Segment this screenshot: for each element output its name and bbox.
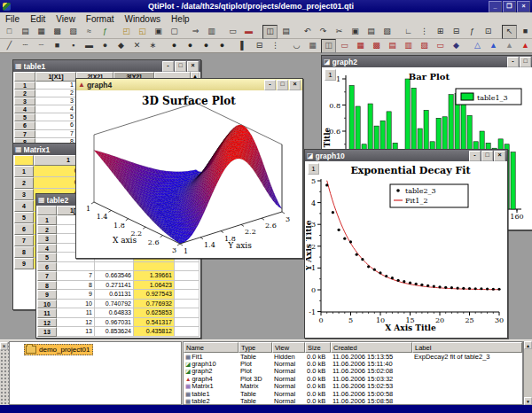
table2-cell[interactable]: 8 xyxy=(57,281,95,291)
explorer-header-type[interactable]: Type xyxy=(239,342,272,353)
matrix1-row-header[interactable]: 7 xyxy=(14,235,34,246)
fx-button[interactable]: ƒ xyxy=(465,25,480,39)
graph4-maximize-button[interactable]: □ xyxy=(277,80,288,90)
new-folder-button[interactable]: ▤ xyxy=(18,25,33,39)
open-template-button[interactable]: ◱ xyxy=(135,25,150,39)
plot3d-floor-button[interactable]: ▭ xyxy=(433,39,448,53)
table1-cell[interactable]: 5 xyxy=(35,113,76,121)
plot3d-drop-button[interactable]: ◆ xyxy=(449,39,464,53)
explorer-row-table2[interactable]: ▦table2TableNormal0.0 kB11.06.2006 15:08… xyxy=(184,397,522,404)
table2-row-header[interactable]: 2 xyxy=(37,225,57,235)
matrix1-row-header[interactable]: 6 xyxy=(14,223,34,235)
graph10-maximize-button[interactable]: □ xyxy=(481,151,493,161)
explorer-header-name[interactable]: Name xyxy=(184,342,239,353)
plot3d-hidden-line-button[interactable]: ▭ xyxy=(337,39,352,53)
new-matrix-button[interactable]: ▩ xyxy=(50,25,65,39)
app-title-bar[interactable]: QtiPlot - /data/th2s/qtiplot/projects/de… xyxy=(0,0,532,12)
project-explorer-button[interactable]: ◫ xyxy=(262,25,278,39)
window-graph4[interactable]: ▲ graph4 - □ × 111.41.41.81.82.22.22.62.… xyxy=(75,78,303,259)
tetrahedron-blue-button[interactable]: △ xyxy=(470,39,485,53)
matrix1-row-header[interactable]: 4 xyxy=(14,200,34,212)
pen-2-button[interactable]: ● xyxy=(183,39,198,53)
plot3d-ribbon-button[interactable]: ▤ xyxy=(385,39,400,53)
table2-cell[interactable]: 0.435812 xyxy=(134,327,175,337)
matrix1-row-header[interactable]: 2 xyxy=(14,177,34,189)
zoom-in-button[interactable]: ⊞ xyxy=(433,25,448,39)
table2-cell[interactable]: 0.740792 xyxy=(95,300,134,309)
graph2-maximize-button[interactable]: □ xyxy=(520,57,531,67)
table2-row-header[interactable]: 10 xyxy=(37,300,57,309)
cone-red-button[interactable]: ▲ xyxy=(518,39,532,53)
select-data-range-button[interactable]: ⋮ xyxy=(417,25,432,39)
plot-wizard-button[interactable]: ∟ xyxy=(401,25,416,39)
duplicate-window-button[interactable]: ▥ xyxy=(204,25,219,39)
graph4-minimize-button[interactable]: - xyxy=(264,80,276,90)
open-project-button[interactable]: ◰ xyxy=(119,25,134,39)
table-options-button[interactable]: ⊡ xyxy=(481,25,496,39)
table2-row-header[interactable]: 13 xyxy=(37,327,57,337)
table2-cell[interactable]: 11 xyxy=(57,308,95,318)
table2-cell[interactable] xyxy=(95,262,134,272)
window-graph10[interactable]: ◪ graph10 - □ × 1 -1012345051015202530ta… xyxy=(304,149,508,339)
table1-row-header[interactable]: 4 xyxy=(14,105,35,113)
table2-cell[interactable]: 10 xyxy=(57,300,95,309)
pen-1-button[interactable]: ● xyxy=(167,39,182,53)
table2-cell[interactable]: 0.663546 xyxy=(95,271,134,281)
table2-cell[interactable]: 13 xyxy=(57,327,95,337)
print-button[interactable]: ▭ xyxy=(225,25,240,39)
table2-cell[interactable]: 0.61131 xyxy=(95,290,134,300)
marker-diamond-button[interactable]: ◆ xyxy=(113,39,129,53)
scroll-down-icon[interactable]: ▼ xyxy=(524,397,532,405)
table2-row-header[interactable]: 12 xyxy=(37,318,57,328)
table2-cell[interactable]: 0.271141 xyxy=(95,281,134,291)
menu-file[interactable]: File xyxy=(0,13,25,25)
new-table-button[interactable]: ▦ xyxy=(34,25,49,39)
matrix1-row-header[interactable]: 1 xyxy=(14,166,34,177)
zoom-out-button[interactable]: ⊟ xyxy=(449,25,464,39)
menu-help[interactable]: Help xyxy=(166,13,195,25)
histogram-button[interactable]: ▌ xyxy=(236,39,251,53)
table1-cell[interactable]: 6 xyxy=(35,121,76,129)
table2-row-header[interactable]: 7 xyxy=(37,271,57,281)
project-tree[interactable]: demo_project01 xyxy=(9,341,183,405)
save-project-button[interactable]: ▣ xyxy=(151,25,166,39)
table2-row-header[interactable]: 4 xyxy=(37,244,57,253)
line-dash-button[interactable]: ┄ xyxy=(18,39,33,53)
scroll-up-icon[interactable]: ▲ xyxy=(524,341,532,349)
line-solid-button[interactable]: ╱ xyxy=(2,39,17,53)
table2-cell[interactable]: 0.927543 xyxy=(134,290,175,300)
copy-button[interactable]: ▣ xyxy=(348,25,363,39)
explorer-scrollbar[interactable]: ▲ ▼ xyxy=(523,341,532,405)
graph4-title-bar[interactable]: ▲ graph4 - □ × xyxy=(76,79,302,90)
table2-row-header[interactable]: 11 xyxy=(37,308,57,318)
table2-cell[interactable]: 7 xyxy=(57,271,95,281)
new-project-button[interactable]: □ xyxy=(2,25,17,39)
export-pdf-button[interactable]: ▬ xyxy=(241,25,256,39)
table1-corner-header[interactable] xyxy=(14,72,35,82)
fill-dense-button[interactable]: ▪ xyxy=(66,39,81,53)
graph2-layer-button[interactable]: 1 xyxy=(325,69,336,81)
tree-item-project-folder[interactable]: demo_project01 xyxy=(24,344,93,355)
menu-windows[interactable]: Windows xyxy=(120,13,167,25)
table1-row-header[interactable]: 3 xyxy=(14,97,35,105)
table2-row-header[interactable]: 1 xyxy=(37,215,57,225)
explorer-close-icon[interactable]: × xyxy=(0,342,8,350)
close-button[interactable]: × xyxy=(517,1,530,12)
matrix1-row-header[interactable]: 8 xyxy=(14,246,34,258)
delete-button[interactable]: ▧ xyxy=(379,25,395,39)
cut-button[interactable]: ✂ xyxy=(332,25,347,39)
marker-plus-button[interactable]: ✕ xyxy=(129,39,145,53)
paste-button[interactable]: ▤ xyxy=(364,25,379,39)
marker-bar-button[interactable]: ▬ xyxy=(82,39,97,53)
table2-row-header[interactable]: 9 xyxy=(37,290,57,300)
undo-button[interactable]: ↶ xyxy=(300,25,315,39)
table2-corner-header[interactable] xyxy=(37,206,57,215)
new-function-plot-button[interactable]: ƒ xyxy=(98,25,113,39)
table2-row-header[interactable]: 8 xyxy=(37,281,57,291)
line-dot-button[interactable]: ┈ xyxy=(34,39,49,53)
graph2-minimize-button[interactable]: - xyxy=(507,57,519,67)
percentile-plot-button[interactable]: ⋮ xyxy=(268,39,283,53)
graph2-title-bar[interactable]: ◪ graph2 - □ × xyxy=(322,56,532,67)
table2-cell[interactable] xyxy=(134,262,175,272)
table1-row-header[interactable]: 2 xyxy=(14,90,35,97)
